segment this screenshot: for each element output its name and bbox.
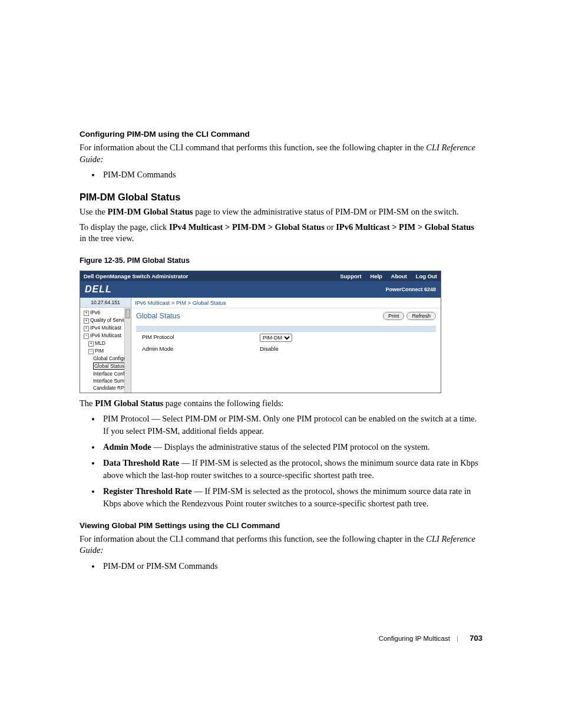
document-page: Configuring PIM-DM using the CLI Command… [0, 0, 562, 728]
paragraph: For information about the CLI command th… [80, 533, 482, 556]
panel-header [136, 327, 436, 332]
tree-item-candidate-rp[interactable]: Candidate RP C [82, 384, 131, 391]
tree-item-interface-summary[interactable]: Interface Summ [82, 377, 131, 384]
app-title: Dell OpenManage Switch Administrator [84, 273, 189, 279]
footer-chapter: Configuring IP Multicast [379, 635, 450, 642]
collapse-icon[interactable]: − [84, 334, 89, 339]
list-item: PIM Protocol — Select PIM-DM or PIM-SM. … [101, 413, 482, 437]
expand-icon[interactable]: + [84, 311, 89, 316]
tree-item-ipv6-multicast[interactable]: −IPv6 Multicast [82, 332, 131, 340]
text: For information about the CLI command th… [80, 143, 426, 152]
label-admin-mode: Admin Mode [142, 345, 260, 352]
text-bold: Admin Mode [103, 442, 151, 452]
label-pim-protocol: PIM Protocol [142, 334, 260, 342]
bullet-list: PIM-DM or PIM-SM Commands [80, 560, 482, 572]
tree-item-interface-config[interactable]: Interface Config [82, 370, 131, 377]
tree-item-ipv6[interactable]: +IPv6 [82, 309, 131, 317]
page-footer: Configuring IP Multicast | 703 [379, 634, 482, 643]
row-admin-mode: Admin Mode Disable [136, 344, 436, 354]
text: — Displays the administrative status of … [151, 442, 430, 452]
list-item: Data Threshold Rate — If PIM-SM is selec… [101, 457, 482, 482]
text-bold: IPv6 Multicast > PIM > Global Status [336, 222, 474, 232]
tree-item-global-config[interactable]: Global Configur [82, 355, 131, 362]
app-titlebar: Dell OpenManage Switch Administrator Sup… [80, 271, 441, 281]
text-bold: PIM Global Status [95, 398, 163, 408]
tree-item-ipv4-multicast[interactable]: +IPv4 Multicast [82, 324, 131, 332]
text: To display the page, click [80, 222, 169, 232]
link-logout[interactable]: Log Out [416, 273, 437, 279]
heading-pim-global: PIM-DM Global Status [80, 192, 482, 203]
row-pim-protocol: PIM Protocol PIM-DM [136, 332, 436, 344]
print-button[interactable]: Print [383, 312, 405, 320]
nav-tree: 10.27.64.151 +IPv6 +Quality of Service +… [80, 298, 131, 393]
tree: +IPv6 +Quality of Service +IPv4 Multicas… [80, 308, 131, 393]
text: or [325, 222, 336, 232]
nav-ip-header: 10.27.64.151 [80, 298, 131, 308]
bullet-list: PIM Protocol — Select PIM-DM or PIM-SM. … [80, 413, 482, 510]
list-item: Admin Mode — Displays the administrative… [101, 441, 482, 453]
tree-item-mld[interactable]: +MLD [82, 340, 131, 347]
paragraph: Use the PIM-DM Global Status page to vie… [80, 206, 482, 218]
breadcrumb: IPv6 Multicast > PIM > Global Status [131, 298, 441, 308]
tree-item-global-status[interactable]: Global Status [82, 362, 131, 370]
collapse-icon[interactable]: − [88, 349, 94, 354]
text-bold: Data Threshold Rate [103, 458, 179, 467]
footer-page-number: 703 [470, 634, 482, 643]
main-panel: IPv6 Multicast > PIM > Global Status Glo… [131, 298, 441, 393]
refresh-button[interactable]: Refresh [406, 312, 436, 320]
link-help[interactable]: Help [370, 273, 382, 279]
panel-spacer [136, 354, 436, 381]
figure-screenshot: Dell OpenManage Switch Administrator Sup… [80, 271, 441, 393]
scrollbar[interactable] [124, 308, 131, 393]
tree-item-qos[interactable]: +Quality of Service [82, 317, 131, 324]
top-links: Support Help About Log Out [333, 273, 437, 279]
scrollbar-thumb[interactable] [125, 309, 130, 318]
tree-item-pim[interactable]: −PIM [82, 347, 131, 355]
expand-icon[interactable]: + [84, 326, 89, 331]
expand-icon[interactable]: + [88, 341, 94, 347]
text-bold: PIM-DM Global Status [108, 207, 193, 216]
text: page contains the following fields: [163, 398, 283, 408]
settings-panel: PIM Protocol PIM-DM Admin Mode Disable [136, 326, 436, 381]
footer-separator: | [457, 635, 458, 642]
link-support[interactable]: Support [340, 273, 361, 279]
expand-icon[interactable]: + [84, 318, 89, 324]
dell-logo: DELL [85, 284, 112, 295]
device-model: PowerConnect 6248 [385, 286, 436, 292]
page-title: Global Status [136, 312, 180, 320]
value-admin-mode: Disable [260, 345, 279, 352]
link-about[interactable]: About [391, 273, 407, 279]
app-body: 10.27.64.151 +IPv6 +Quality of Service +… [80, 298, 441, 393]
text: page to view the administrative status o… [193, 207, 459, 216]
pim-protocol-select[interactable]: PIM-DM [260, 334, 292, 342]
list-item: Register Threshold Rate — If PIM-SM is s… [101, 485, 482, 510]
paragraph: For information about the CLI command th… [80, 142, 482, 165]
list-item: PIM-DM Commands [101, 169, 482, 181]
paragraph: To display the page, click IPv4 Multicas… [80, 222, 482, 245]
text-bold: Register Threshold Rate [103, 486, 192, 496]
text: in the tree view. [80, 233, 134, 243]
text: For information about the CLI command th… [80, 534, 426, 543]
figure-caption: Figure 12-35. PIM Global Status [80, 256, 482, 265]
text: Use the [80, 207, 108, 216]
text: The [80, 398, 95, 408]
text-bold: IPv4 Multicast > PIM-DM > Global Status [169, 222, 325, 232]
bullet-list: PIM-DM Commands [80, 169, 482, 181]
heading-view-cli: Viewing Global PIM Settings using the CL… [80, 521, 482, 530]
paragraph: The PIM Global Status page contains the … [80, 398, 482, 410]
content-header: Global Status Print Refresh [131, 308, 441, 326]
heading-configure-cli: Configuring PIM-DM using the CLI Command [80, 130, 482, 139]
list-item: PIM-DM or PIM-SM Commands [101, 560, 482, 572]
brand-bar: DELL PowerConnect 6248 [80, 281, 441, 298]
